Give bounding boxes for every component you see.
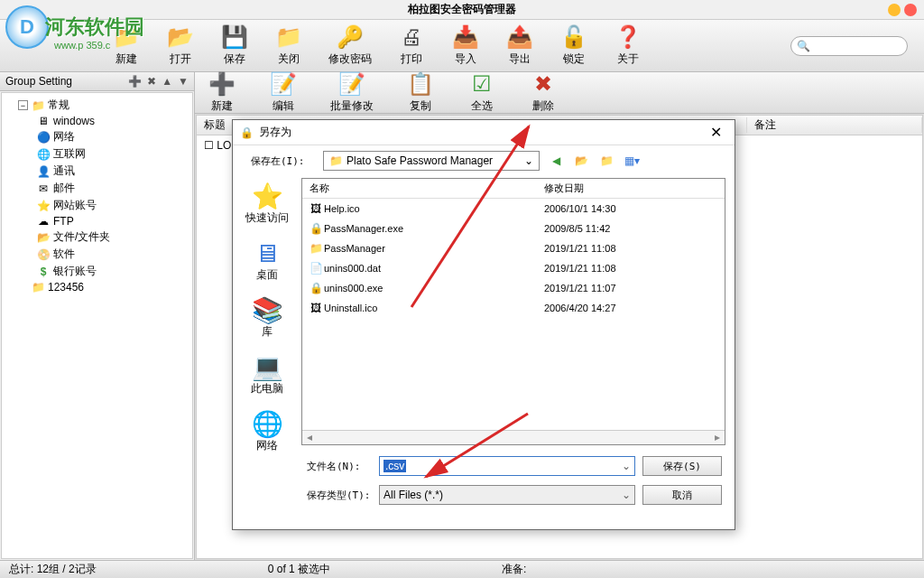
filename-input[interactable]: .csv ⌄ xyxy=(379,456,635,476)
status-ready: 准备: xyxy=(502,562,526,577)
dlg-quick-access[interactable]: ⭐快速访问 xyxy=(245,182,289,226)
open-button-icon: 📂 xyxy=(166,24,195,50)
sub-delete-button[interactable]: ✖删除 xyxy=(523,70,563,116)
folder-icon: 📁 xyxy=(329,154,343,167)
tree-network[interactable]: 🔵网络 xyxy=(5,128,189,145)
chevron-down-icon: ⌄ xyxy=(622,460,631,472)
side-add-icon[interactable]: ➕ xyxy=(128,75,142,88)
file-col-date[interactable]: 修改日期 xyxy=(537,182,591,195)
side-del-icon[interactable]: ✖ xyxy=(147,75,156,88)
export-button[interactable]: 📤导出 xyxy=(500,23,540,69)
filetype-label: 保存类型(T): xyxy=(307,489,372,502)
nav-back-icon[interactable]: ◀ xyxy=(547,152,565,170)
close-button[interactable]: 📁关闭 xyxy=(269,23,309,69)
save-as-dialog: 🔒 另存为 ✕ 保存在(I): 📁 Plato Safe Password Ma… xyxy=(232,119,735,530)
print-button-icon: 🖨 xyxy=(397,24,426,50)
group-tree[interactable]: −📁常规🖥windows🔵网络🌐互联网👤通讯✉邮件⭐网站账号☁FTP📂文件/文件… xyxy=(1,92,193,559)
nav-view-icon[interactable]: ▦▾ xyxy=(623,152,641,170)
location-label: 保存在(I): xyxy=(251,154,316,168)
file-col-name[interactable]: 名称 xyxy=(302,182,537,195)
tree-comm[interactable]: 👤通讯 xyxy=(5,163,189,180)
dialog-close-button[interactable]: ✕ xyxy=(705,124,727,141)
side-up-icon[interactable]: ▲ xyxy=(162,75,172,88)
search-input[interactable]: 🔍 xyxy=(790,36,908,56)
open-button[interactable]: 📂打开 xyxy=(161,23,200,69)
file-row[interactable]: 🖼Uninstall.ico2006/4/20 14:27 xyxy=(302,298,725,318)
file-row[interactable]: 📄unins000.dat2019/1/21 11:08 xyxy=(302,258,725,278)
about-button[interactable]: ❓关于 xyxy=(608,23,648,69)
dlg-network-icon: 🌐 xyxy=(251,409,283,438)
tree-123456[interactable]: 📁123456 xyxy=(5,280,189,294)
dlg-desktop[interactable]: 🖥桌面 xyxy=(251,238,283,283)
search-icon: 🔍 xyxy=(797,40,810,52)
dlg-library[interactable]: 📚库 xyxy=(251,295,283,340)
filename-value: .csv xyxy=(383,460,406,472)
file-row[interactable]: 📁PassManager2019/1/21 11:08 xyxy=(302,238,725,258)
tree-software[interactable]: 📀软件 xyxy=(5,246,189,263)
close-button-icon: 📁 xyxy=(274,24,303,50)
location-combo[interactable]: 📁 Plato Safe Password Manager ⌄ xyxy=(323,151,540,171)
export-button-icon: 📤 xyxy=(505,24,534,50)
col-note[interactable]: 备注 xyxy=(747,117,922,133)
file-icon: 📄 xyxy=(308,262,324,275)
dlg-network[interactable]: 🌐网络 xyxy=(251,409,283,453)
tree-mail[interactable]: ✉邮件 xyxy=(5,180,189,197)
chevron-down-icon: ⌄ xyxy=(524,154,533,167)
tree-files[interactable]: 📂文件/文件夹 xyxy=(5,228,189,246)
file-list[interactable]: 名称 修改日期 🖼Help.ico2006/10/1 14:30🔒PassMan… xyxy=(301,178,725,445)
print-button[interactable]: 🖨打印 xyxy=(392,23,431,69)
window-title: 柏拉图安全密码管理器 xyxy=(408,2,516,17)
sub-edit-button[interactable]: 📝编辑 xyxy=(263,70,303,116)
side-down-icon[interactable]: ▼ xyxy=(178,75,189,88)
tree-ftp[interactable]: ☁FTP xyxy=(5,214,189,228)
scroll-left-icon[interactable]: ◂ xyxy=(302,431,317,444)
sub-delete-button-icon: ✖ xyxy=(529,71,558,97)
dialog-cancel-button[interactable]: 取消 xyxy=(642,485,722,505)
about-button-icon: ❓ xyxy=(614,24,642,50)
import-button[interactable]: 📥导入 xyxy=(446,23,485,69)
save-button[interactable]: 💾保存 xyxy=(215,23,254,69)
nav-up-icon[interactable]: 📂 xyxy=(572,152,590,170)
file-row[interactable]: 🔒unins000.exe2019/1/21 11:07 xyxy=(302,278,725,298)
tree-windows[interactable]: 🖥windows xyxy=(5,114,189,128)
tree-collapse-icon[interactable]: − xyxy=(18,100,28,110)
sub-toolbar: ➕新建📝编辑📝批量修改📋复制☑全选✖删除 xyxy=(195,72,924,114)
status-bar: 总计: 12组 / 2记录 0 of 1 被选中 准备: xyxy=(0,560,924,578)
chevron-down-icon: ⌄ xyxy=(622,489,631,501)
filetype-value: All Files (*.*) xyxy=(383,489,443,501)
sub-selectall-button[interactable]: ☑全选 xyxy=(462,70,502,116)
minimize-button[interactable] xyxy=(888,4,901,16)
dlg-thispc-icon: 💻 xyxy=(251,352,283,381)
dialog-title: 另存为 xyxy=(259,125,291,140)
dialog-save-button[interactable]: 保存(S) xyxy=(642,456,722,476)
file-row[interactable]: 🖼Help.ico2006/10/1 14:30 xyxy=(302,199,725,219)
sub-copy-button[interactable]: 📋复制 xyxy=(401,70,440,116)
sub-batch-button[interactable]: 📝批量修改 xyxy=(325,70,379,116)
dlg-thispc[interactable]: 💻此电脑 xyxy=(251,352,283,396)
sub-new-button[interactable]: ➕新建 xyxy=(202,70,242,116)
dialog-lock-icon: 🔒 xyxy=(240,126,254,139)
sub-selectall-button-icon: ☑ xyxy=(467,71,496,97)
nav-newfolder-icon[interactable]: 📁 xyxy=(597,152,615,170)
sub-edit-button-icon: 📝 xyxy=(269,71,298,97)
scroll-right-icon[interactable]: ▸ xyxy=(710,431,725,444)
lock-button[interactable]: 🔓锁定 xyxy=(554,23,594,69)
file-icon: 🖼 xyxy=(308,202,324,215)
tree-bank[interactable]: $银行账号 xyxy=(5,263,189,280)
status-selected: 0 of 1 被选中 xyxy=(268,562,330,577)
sub-new-button-icon: ➕ xyxy=(208,71,236,97)
dlg-desktop-icon: 🖥 xyxy=(251,238,283,267)
change-password-button[interactable]: 🔑修改密码 xyxy=(323,23,377,69)
file-row[interactable]: 🔒PassManager.exe2009/8/5 11:42 xyxy=(302,219,725,238)
save-button-icon: 💾 xyxy=(220,24,249,50)
tree-web-account[interactable]: ⭐网站账号 xyxy=(5,197,189,214)
close-window-button[interactable] xyxy=(904,4,917,16)
tree-internet[interactable]: 🌐互联网 xyxy=(5,145,189,163)
sub-batch-button-icon: 📝 xyxy=(337,71,366,97)
status-total: 总计: 12组 / 2记录 xyxy=(9,562,97,577)
file-icon: 🔒 xyxy=(308,282,324,294)
dialog-sidebar: ⭐快速访问🖥桌面📚库💻此电脑🌐网络 xyxy=(233,176,301,447)
filetype-select[interactable]: All Files (*.*) ⌄ xyxy=(379,485,635,505)
tree-root[interactable]: −📁常规 xyxy=(5,97,189,114)
file-icon: 🖼 xyxy=(308,302,324,314)
